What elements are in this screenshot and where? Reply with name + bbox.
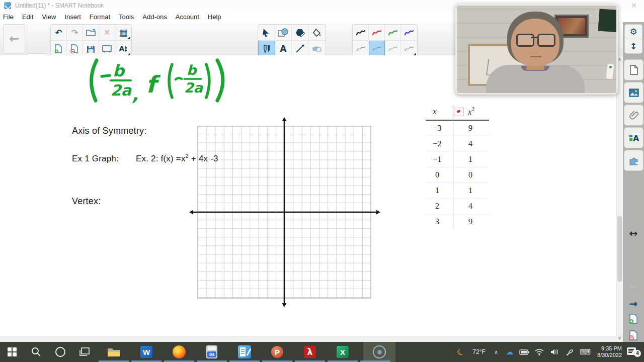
tab-page-sorter[interactable] [624, 59, 643, 80]
pen-style-red[interactable] [369, 25, 385, 41]
menu-addons[interactable]: Add-ons [142, 13, 167, 21]
text-format-button[interactable]: A [115, 41, 131, 57]
table-row: 39 [426, 214, 489, 229]
action-center-button[interactable]: 4 [626, 342, 641, 362]
calculator-icon: 84 [206, 345, 217, 358]
weather-button[interactable]: ☾ [453, 342, 468, 362]
scroll-down-icon[interactable]: ∨ [616, 335, 623, 340]
y-axis-top-arrow [282, 117, 287, 121]
previous-page-icon[interactable]: ← [623, 281, 644, 293]
close-icon[interactable]: ✕ [631, 2, 637, 10]
start-button[interactable] [0, 342, 24, 362]
pen-style-thin-green[interactable] [385, 41, 401, 57]
search-button[interactable] [24, 342, 48, 362]
delete-x-icon: ✕ [104, 28, 110, 37]
auto-hide-button[interactable]: ↕ [625, 39, 642, 53]
menu-help[interactable]: Help [208, 13, 221, 21]
pen-style-thin-purple[interactable] [401, 41, 417, 57]
pen-style-blue[interactable] [401, 25, 417, 41]
cortana-button[interactable] [48, 342, 72, 362]
next-page-icon[interactable]: → [623, 298, 644, 310]
temperature-label[interactable]: 72°F [468, 342, 490, 362]
app-icon [4, 2, 11, 9]
table-row: −24 [426, 136, 489, 152]
canvas-horizontal-scrollbar[interactable] [0, 336, 616, 342]
table-header-x: x [433, 107, 437, 117]
touch-keyboard-icon[interactable]: ⌨ [577, 342, 593, 362]
menu-account[interactable]: Account [176, 13, 199, 21]
save-button[interactable] [83, 41, 99, 57]
taskbar-recorder-active[interactable] [363, 342, 395, 362]
undo-button[interactable]: ↶ [51, 25, 67, 41]
handwritten-vertex-formula: b 2a , f b 2a [85, 56, 240, 104]
heading-ex2: Ex. 2: f(x) =x [136, 154, 186, 163]
menu-tools[interactable]: Tools [119, 13, 134, 21]
redo-button[interactable]: ↷ [67, 25, 83, 41]
taskbar-firefox[interactable] [167, 342, 191, 362]
taskbar-file-explorer[interactable] [102, 342, 126, 362]
hidden-icons-chevron[interactable]: ∧ [490, 342, 503, 362]
pen-style-black[interactable] [353, 25, 369, 41]
taskbar-ti-smartview[interactable]: 84 [200, 342, 224, 362]
webcam-video-overlay[interactable] [455, 4, 618, 95]
add-page-button[interactable] [51, 41, 67, 57]
sidebar-delete-page-button[interactable] [623, 330, 644, 342]
pens-tool-button[interactable] [258, 41, 275, 57]
menu-edit[interactable]: Edit [22, 13, 33, 21]
x-axis-right-arrow [376, 210, 380, 215]
slider-icon [125, 45, 127, 52]
table-icon: ▦ [119, 27, 127, 38]
tab-gallery[interactable] [624, 82, 643, 103]
person-glasses-bridge [531, 37, 537, 38]
delete-button[interactable]: ✕ [99, 25, 115, 41]
menu-insert[interactable]: Insert [64, 13, 81, 21]
settings-button[interactable]: ⚙ [625, 25, 642, 39]
open-file-button[interactable] [83, 25, 99, 41]
screen-shade-button[interactable] [99, 41, 115, 57]
paint-bucket-icon [312, 28, 322, 37]
tab-properties[interactable]: A [624, 127, 643, 148]
clock[interactable]: 9:35 PM 8/30/2022 [597, 345, 622, 358]
vertical-scroll-thumb[interactable] [617, 216, 622, 282]
wifi-icon[interactable] [532, 342, 547, 362]
battery-icon[interactable] [517, 342, 532, 362]
selected-squiggle-icon [372, 44, 382, 53]
notebook-canvas[interactable]: b 2a , f b 2a Ex 1 Graph:Ex. 2: f(x) =x2… [0, 55, 616, 336]
tab-addons[interactable] [624, 150, 643, 171]
taskbar-smart-notebook[interactable] [232, 342, 257, 362]
insert-table-button[interactable]: ▦ [115, 25, 131, 41]
select-tool-button[interactable] [258, 25, 275, 41]
onedrive-cloud-icon[interactable]: ☁ [503, 342, 517, 362]
volume-icon[interactable] [547, 342, 562, 362]
eraser-tool-button[interactable] [309, 41, 326, 57]
taskbar-powerpoint[interactable]: P [265, 342, 289, 362]
menu-view[interactable]: View [42, 13, 56, 21]
pen-style-green[interactable] [385, 25, 401, 41]
polygon-tool-button[interactable] [292, 25, 309, 41]
smart-ink-icon[interactable] [562, 342, 577, 362]
fill-tool-button[interactable] [309, 25, 326, 41]
taskbar-excel[interactable]: X [331, 342, 355, 362]
add-page-icon [54, 44, 63, 53]
sidebar-add-page-button[interactable] [623, 314, 644, 326]
back-button[interactable]: ← [3, 24, 25, 53]
shapes-tool-button[interactable] [275, 25, 292, 41]
moon-icon: ☾ [455, 346, 466, 358]
formula-minus [102, 75, 110, 76]
menu-file[interactable]: File [3, 13, 14, 21]
line-tool-button[interactable] [292, 41, 309, 57]
taskbar-word[interactable]: W [134, 342, 158, 362]
pen-style-thin-gray[interactable] [353, 41, 369, 57]
text-tool-button[interactable]: A [275, 41, 292, 57]
pan-horizontal-icon[interactable]: ↔ [623, 227, 644, 239]
task-view-button[interactable] [72, 342, 97, 362]
pen-style-thin-selected[interactable] [369, 41, 385, 57]
tab-attachments[interactable] [624, 105, 643, 126]
menu-format[interactable]: Format [90, 13, 110, 21]
taskbar-acrobat[interactable]: λ [298, 342, 322, 362]
formula-inner-denominator: 2a [184, 80, 204, 96]
canvas-vertical-scrollbar[interactable]: ∧ ∨ [616, 55, 623, 342]
purple-squiggle-icon [404, 44, 414, 53]
svg-text:A: A [633, 134, 639, 142]
delete-page-button[interactable] [67, 41, 83, 57]
